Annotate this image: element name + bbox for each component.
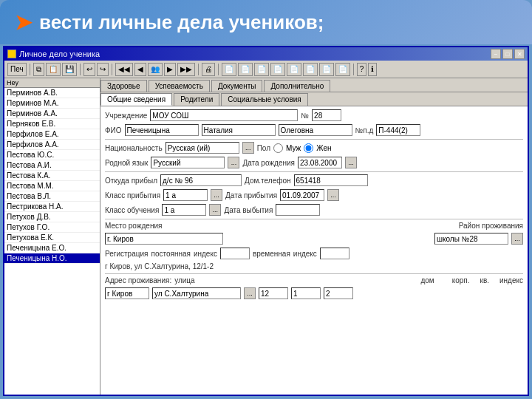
nationality-browse-btn[interactable]: ... bbox=[242, 142, 254, 154]
toolbar-copy[interactable]: ⧉ bbox=[33, 63, 44, 76]
toolbar-print2[interactable]: 🖨 bbox=[202, 63, 215, 76]
student-item[interactable]: Петухова Е.К. bbox=[4, 233, 100, 243]
close-button[interactable]: ✕ bbox=[514, 49, 525, 59]
tab-parents[interactable]: Родители bbox=[174, 93, 219, 106]
tabs-row1: ЗдоровьеУспеваемостьДокументыДополнитель… bbox=[100, 78, 528, 92]
header-banner: ➤ вести личные дела учеников; bbox=[0, 0, 532, 44]
tab-extra[interactable]: Дополнительно bbox=[264, 80, 330, 92]
student-item[interactable]: Перфилов А.А. bbox=[4, 140, 100, 150]
address-value-row: ... bbox=[105, 287, 523, 299]
toolbar-help[interactable]: ? bbox=[357, 63, 367, 76]
tab-health[interactable]: Здоровье bbox=[100, 80, 147, 92]
student-item[interactable]: Печеницына Е.О. bbox=[4, 243, 100, 253]
student-item[interactable]: Перминов А.В. bbox=[4, 88, 100, 98]
divider4 bbox=[105, 273, 523, 274]
arrival-class-input[interactable] bbox=[163, 189, 208, 201]
dob-label: Дата рождения bbox=[242, 159, 295, 167]
home-phone-input[interactable] bbox=[294, 174, 368, 186]
birthplace-input[interactable] bbox=[105, 233, 223, 245]
toolbar-doc3[interactable]: 📄 bbox=[254, 63, 269, 76]
number-input[interactable] bbox=[312, 109, 341, 121]
toolbar-doc6[interactable]: 📄 bbox=[303, 63, 318, 76]
tab-social[interactable]: Социальные условия bbox=[221, 93, 307, 106]
student-item[interactable]: Пестова В.Л. bbox=[4, 191, 100, 202]
toolbar-nav-fwd[interactable]: ▶ bbox=[164, 63, 176, 76]
window-title: Личное дело ученика bbox=[19, 50, 100, 58]
first-name-input[interactable] bbox=[202, 124, 276, 136]
toolbar-redo[interactable]: ↪ bbox=[97, 63, 109, 76]
last-name-input[interactable] bbox=[125, 124, 199, 136]
tab-general[interactable]: Общие сведения bbox=[100, 93, 172, 106]
address-city-input[interactable] bbox=[105, 287, 149, 299]
dob-browse-btn[interactable]: ... bbox=[345, 157, 357, 168]
toolbar-doc5[interactable]: 📄 bbox=[287, 63, 301, 76]
native-lang-input[interactable] bbox=[151, 157, 225, 168]
toolbar-doc7[interactable]: 📄 bbox=[319, 63, 334, 76]
nativelang-browse-btn[interactable]: ... bbox=[228, 157, 239, 168]
district-browse-btn[interactable]: ... bbox=[511, 233, 523, 245]
toolbar-doc4[interactable]: 📄 bbox=[270, 63, 285, 76]
nativelang-row: Родной язык ... Дата рождения ... bbox=[105, 157, 523, 168]
reg-index-input[interactable] bbox=[220, 248, 250, 259]
study-class-input[interactable] bbox=[162, 204, 206, 216]
student-item[interactable]: Пестова А.И. bbox=[4, 160, 100, 171]
nationality-input[interactable] bbox=[166, 142, 239, 154]
gender-female-radio[interactable] bbox=[304, 143, 313, 153]
origin-input[interactable] bbox=[160, 174, 242, 186]
reg-index2-input[interactable] bbox=[320, 248, 349, 259]
arrival-class-browse-btn[interactable]: ... bbox=[211, 189, 222, 201]
toolbar-undo[interactable]: ↩ bbox=[83, 63, 95, 76]
student-item[interactable]: Перняков Е.В. bbox=[4, 119, 100, 129]
address-corp-input[interactable] bbox=[291, 287, 321, 299]
reg-address-row: г Киров, ул С.Халтурина, 12/1-2 bbox=[105, 262, 523, 270]
toolbar-info[interactable]: ℹ bbox=[368, 63, 377, 76]
institution-input[interactable] bbox=[150, 109, 298, 121]
toolbar-doc2[interactable]: 📄 bbox=[238, 63, 253, 76]
fio-row: ФИО №п.д bbox=[105, 124, 523, 136]
institution-label: Учреждение bbox=[105, 112, 147, 120]
tab-documents[interactable]: Документы bbox=[211, 80, 263, 92]
gender-label: Пол bbox=[257, 144, 270, 152]
form-area: Учреждение № ФИО №п.д Национ bbox=[100, 106, 528, 395]
student-item[interactable]: Перфилов Е.А. bbox=[4, 129, 100, 140]
toolbar-people[interactable]: 👥 bbox=[148, 63, 163, 76]
address-house-input[interactable] bbox=[259, 287, 288, 299]
toolbar-nav-prev[interactable]: ◀◀ bbox=[115, 63, 133, 76]
address-browse-btn[interactable]: ... bbox=[244, 287, 256, 299]
toolbar-doc8[interactable]: 📄 bbox=[335, 63, 350, 76]
arrival-date-browse-btn[interactable]: ... bbox=[327, 189, 339, 201]
student-item[interactable]: Петухов Д.В. bbox=[4, 212, 100, 222]
gender-male-radio[interactable] bbox=[273, 143, 283, 153]
student-item[interactable]: Печеницына Н.О. bbox=[4, 253, 100, 264]
toolbar-doc1[interactable]: 📄 bbox=[222, 63, 236, 76]
student-item[interactable]: Петухов Г.О. bbox=[4, 222, 100, 233]
reg-label: Регистрация bbox=[105, 250, 148, 258]
student-item[interactable]: Перминов М.А. bbox=[4, 98, 100, 109]
toolbar-print[interactable]: Печ bbox=[7, 63, 27, 76]
nomer-input[interactable] bbox=[376, 124, 420, 136]
patronymic-input[interactable] bbox=[279, 124, 352, 136]
tab-progress[interactable]: Успеваемость bbox=[149, 80, 210, 92]
dob-input[interactable] bbox=[298, 157, 342, 168]
study-class-row: Класс обучения ... Дата выбытия bbox=[105, 204, 523, 216]
student-item[interactable]: Пестова К.А. bbox=[4, 171, 100, 181]
address-apt-input[interactable] bbox=[324, 287, 353, 299]
address-street-input[interactable] bbox=[152, 287, 241, 299]
toolbar-nav-back[interactable]: ◀ bbox=[134, 63, 146, 76]
study-class-browse-btn[interactable]: ... bbox=[209, 204, 221, 216]
reg-address-label: г Киров, ул С.Халтурина, 12/1-2 bbox=[105, 262, 214, 270]
arrival-date-input[interactable] bbox=[280, 189, 324, 201]
toolbar-nav-next[interactable]: ▶▶ bbox=[177, 63, 195, 76]
departure-date-input[interactable] bbox=[276, 204, 320, 216]
student-item[interactable]: Пестрикова Н.А. bbox=[4, 202, 100, 212]
student-item[interactable]: Пестова М.М. bbox=[4, 181, 100, 191]
maximize-button[interactable]: □ bbox=[502, 49, 513, 59]
toolbar-save[interactable]: 💾 bbox=[62, 63, 77, 76]
reg-index2-label: индекс bbox=[293, 250, 317, 258]
student-item[interactable]: Пестова Ю.С. bbox=[4, 150, 100, 160]
district-input[interactable] bbox=[434, 233, 508, 245]
window-icon bbox=[7, 50, 16, 58]
toolbar-paste[interactable]: 📋 bbox=[46, 63, 61, 76]
minimize-button[interactable]: − bbox=[491, 49, 501, 59]
student-item[interactable]: Перминов А.А. bbox=[4, 109, 100, 119]
